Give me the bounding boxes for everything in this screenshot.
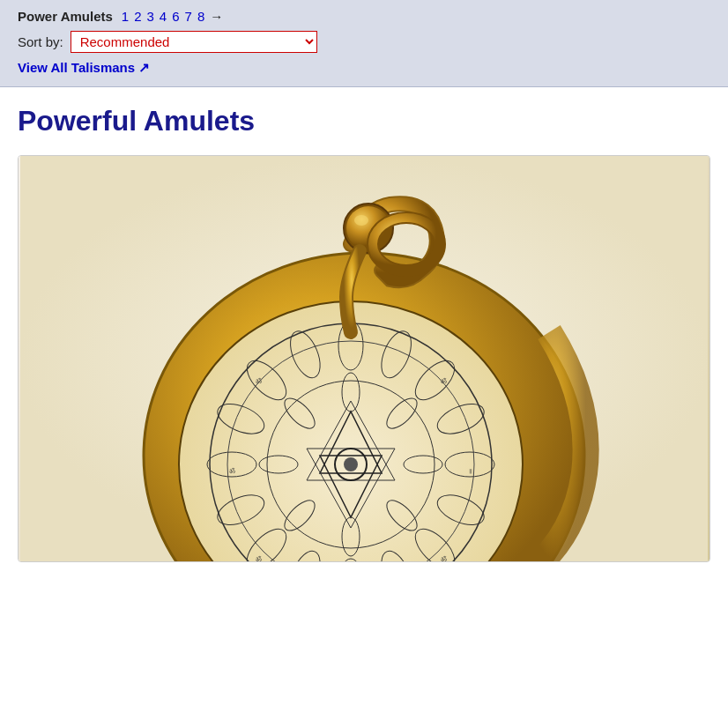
product-image: ॥ ॐ ॐ ॥ ॐ ॐ ॐ <box>19 156 709 561</box>
svg-text:ॐ: ॐ <box>256 555 262 561</box>
amulet-illustration: ॥ ॐ ॐ ॥ ॐ ॐ ॐ <box>19 156 709 561</box>
page-title: Powerful Amulets <box>18 105 710 137</box>
sort-row: Sort by: Recommended Price: Low to High … <box>18 31 710 53</box>
pagination-row: Power Amulets 1 2 3 4 6 7 8 → <box>18 9 710 24</box>
next-arrow[interactable]: → <box>210 9 223 24</box>
svg-text:ॐ: ॐ <box>441 555 447 561</box>
page-link-1[interactable]: 1 <box>122 9 129 24</box>
view-all-talismans-link[interactable]: View All Talismans ↗ <box>18 60 150 76</box>
page-link-2[interactable]: 2 <box>134 9 141 24</box>
page-link-8[interactable]: 8 <box>197 9 204 24</box>
page-link-7[interactable]: 7 <box>185 9 192 24</box>
svg-point-45 <box>354 215 368 226</box>
main-content: Powerful Amulets <box>0 87 728 562</box>
svg-text:॥: ॥ <box>468 467 472 475</box>
sort-label: Sort by: <box>18 34 63 49</box>
category-title: Power Amulets <box>18 9 113 24</box>
page-link-6[interactable]: 6 <box>172 9 179 24</box>
page-link-3[interactable]: 3 <box>147 9 154 24</box>
svg-text:ॐ: ॐ <box>256 377 262 385</box>
product-card[interactable]: ॥ ॐ ॐ ॥ ॐ ॐ ॐ <box>18 155 710 562</box>
svg-text:ॐ: ॐ <box>229 467 235 475</box>
top-navigation: Power Amulets 1 2 3 4 6 7 8 → Sort by: R… <box>0 0 728 87</box>
svg-text:ॐ: ॐ <box>441 377 447 385</box>
page-link-4[interactable]: 4 <box>160 9 167 24</box>
svg-point-35 <box>344 457 358 471</box>
sort-select[interactable]: Recommended Price: Low to High Price: Hi… <box>71 31 317 53</box>
